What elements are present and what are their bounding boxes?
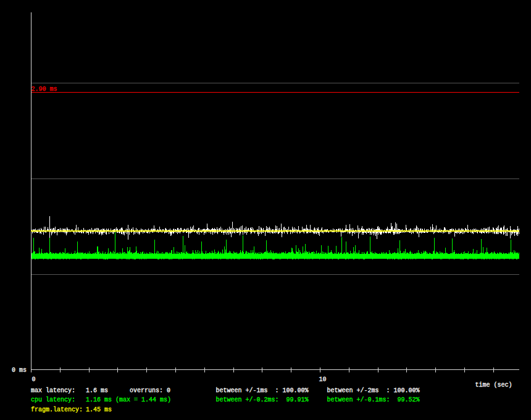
svg-text:1.45 ms: 1.45 ms: [86, 406, 112, 413]
svg-text:1.6 ms: 1.6 ms: [86, 387, 108, 394]
svg-text:time (sec): time (sec): [475, 382, 512, 388]
svg-text:between +/-0.1ms: 99.52%: between +/-0.1ms: 99.52%: [327, 397, 420, 403]
svg-text:2.90 ms: 2.90 ms: [31, 86, 57, 93]
svg-text:max latency:: max latency:: [31, 387, 75, 394]
svg-text:between +/-2ms : 100.00%: between +/-2ms : 100.00%: [327, 387, 420, 394]
svg-text:cpu latency:: cpu latency:: [31, 397, 75, 403]
svg-text:0: 0: [32, 376, 36, 383]
svg-text:1.16 ms (max = 1.44 ms): 1.16 ms (max = 1.44 ms): [86, 397, 171, 403]
svg-text:0 ms: 0 ms: [12, 367, 27, 374]
svg-text:between +/-0.2ms: 99.91%: between +/-0.2ms: 99.91%: [216, 397, 309, 403]
svg-text:fragm.latency:: fragm.latency:: [31, 406, 83, 413]
svg-text:between +/-1ms : 100.00%: between +/-1ms : 100.00%: [216, 387, 309, 394]
svg-text:overruns: 0: overruns: 0: [130, 387, 170, 394]
svg-text:10: 10: [319, 376, 327, 383]
